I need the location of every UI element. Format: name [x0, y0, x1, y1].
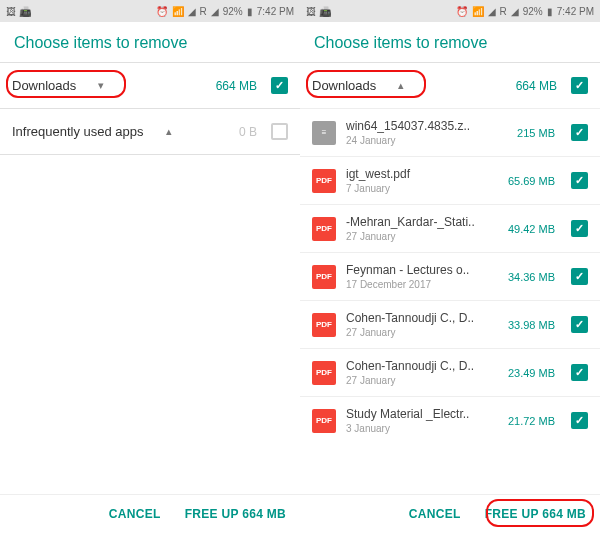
file-date: 3 January — [346, 423, 498, 434]
file-date: 27 January — [346, 375, 498, 386]
file-size: 65.69 MB — [508, 175, 555, 187]
file-name: Feynman - Lectures o.. — [346, 263, 498, 277]
file-checkbox[interactable] — [571, 412, 588, 429]
battery-label: 92% — [223, 6, 243, 17]
list-item[interactable]: ≡win64_154037.4835.z..24 January215 MB — [300, 108, 600, 156]
chevron-up-icon: ▴ — [162, 125, 176, 139]
notification-icons: 🖼 📠 — [6, 6, 31, 17]
wifi-icon: 📶 — [172, 6, 184, 17]
list-item[interactable]: PDFCohen-Tannoudji C., D..27 January23.4… — [300, 348, 600, 396]
page-title: Choose items to remove — [300, 22, 600, 62]
pdf-file-icon: PDF — [312, 265, 336, 289]
section-downloads-size: 664 MB — [216, 79, 257, 93]
section-infrequent-size: 0 B — [239, 125, 257, 139]
footer: CANCEL FREE UP 664 MB — [0, 494, 300, 533]
file-date: 27 January — [346, 231, 498, 242]
list-item[interactable]: PDFCohen-Tannoudji C., D..27 January33.9… — [300, 300, 600, 348]
cancel-button[interactable]: CANCEL — [109, 507, 161, 521]
footer: CANCEL FREE UP 664 MB — [300, 494, 600, 533]
clock-label: 7:42 PM — [257, 6, 294, 17]
section-downloads-label: Downloads — [12, 78, 76, 93]
file-size: 23.49 MB — [508, 367, 555, 379]
section-infrequent-apps[interactable]: Infrequently used apps ▴ 0 B — [0, 109, 300, 154]
file-size: 33.98 MB — [508, 319, 555, 331]
pdf-file-icon: PDF — [312, 313, 336, 337]
file-date: 27 January — [346, 327, 498, 338]
file-name: win64_154037.4835.z.. — [346, 119, 507, 133]
list-item[interactable]: PDFStudy Material _Electr..3 January21.7… — [300, 396, 600, 444]
screenshot-left: 🖼 📠 ⏰ 📶 ◢ R ◢ 92% ▮ 7:42 PM Choose items… — [0, 0, 300, 533]
screenshot-right: 🖼 📠 ⏰ 📶 ◢ R ◢ 92% ▮ 7:42 PM Choose items… — [300, 0, 600, 533]
file-checkbox[interactable] — [571, 172, 588, 189]
section-downloads-checkbox[interactable] — [571, 77, 588, 94]
status-bar: 🖼 📠 ⏰ 📶 ◢ R ◢ 92% ▮ 7:42 PM — [300, 0, 600, 22]
battery-icon: ▮ — [247, 6, 253, 17]
pdf-file-icon: PDF — [312, 361, 336, 385]
signal-icon-2: ◢ — [211, 6, 219, 17]
confirm-button[interactable]: FREE UP 664 MB — [185, 507, 286, 521]
notification-icons: 🖼 📠 — [306, 6, 331, 17]
file-size: 21.72 MB — [508, 415, 555, 427]
signal-icon: ◢ — [488, 6, 496, 17]
pdf-file-icon: PDF — [312, 217, 336, 241]
file-checkbox[interactable] — [571, 316, 588, 333]
file-text: Cohen-Tannoudji C., D..27 January — [346, 311, 498, 338]
file-name: igt_west.pdf — [346, 167, 498, 181]
section-infrequent-checkbox[interactable] — [271, 123, 288, 140]
file-size: 49.42 MB — [508, 223, 555, 235]
chevron-up-icon: ▴ — [394, 79, 408, 93]
section-downloads-label: Downloads — [312, 78, 376, 93]
section-downloads[interactable]: Downloads ▾ 664 MB — [0, 63, 300, 108]
downloads-list: ≡win64_154037.4835.z..24 January215 MBPD… — [300, 108, 600, 494]
file-name: Cohen-Tannoudji C., D.. — [346, 359, 498, 373]
file-name: -Mehran_Kardar-_Stati.. — [346, 215, 498, 229]
file-checkbox[interactable] — [571, 124, 588, 141]
file-checkbox[interactable] — [571, 268, 588, 285]
list-item[interactable]: PDFFeynman - Lectures o..17 December 201… — [300, 252, 600, 300]
network-label: R — [500, 6, 507, 17]
file-date: 24 January — [346, 135, 507, 146]
file-name: Study Material _Electr.. — [346, 407, 498, 421]
section-downloads-checkbox[interactable] — [271, 77, 288, 94]
wifi-icon: 📶 — [472, 6, 484, 17]
section-downloads[interactable]: Downloads ▴ 664 MB — [300, 63, 600, 108]
list-item[interactable]: PDFigt_west.pdf7 January65.69 MB — [300, 156, 600, 204]
zip-file-icon: ≡ — [312, 121, 336, 145]
file-size: 215 MB — [517, 127, 555, 139]
cancel-button[interactable]: CANCEL — [409, 507, 461, 521]
file-date: 17 December 2017 — [346, 279, 498, 290]
confirm-button[interactable]: FREE UP 664 MB — [485, 507, 586, 521]
chevron-down-icon: ▾ — [94, 79, 108, 93]
alarm-icon: ⏰ — [156, 6, 168, 17]
file-text: -Mehran_Kardar-_Stati..27 January — [346, 215, 498, 242]
pdf-file-icon: PDF — [312, 409, 336, 433]
list-item[interactable]: PDF-Mehran_Kardar-_Stati..27 January49.4… — [300, 204, 600, 252]
file-text: Study Material _Electr..3 January — [346, 407, 498, 434]
battery-icon: ▮ — [547, 6, 553, 17]
file-date: 7 January — [346, 183, 498, 194]
section-downloads-size: 664 MB — [516, 79, 557, 93]
battery-label: 92% — [523, 6, 543, 17]
status-bar: 🖼 📠 ⏰ 📶 ◢ R ◢ 92% ▮ 7:42 PM — [0, 0, 300, 22]
alarm-icon: ⏰ — [456, 6, 468, 17]
file-checkbox[interactable] — [571, 220, 588, 237]
file-checkbox[interactable] — [571, 364, 588, 381]
file-size: 34.36 MB — [508, 271, 555, 283]
file-text: igt_west.pdf7 January — [346, 167, 498, 194]
file-text: Feynman - Lectures o..17 December 2017 — [346, 263, 498, 290]
section-infrequent-label: Infrequently used apps — [12, 124, 144, 139]
file-text: win64_154037.4835.z..24 January — [346, 119, 507, 146]
page-title: Choose items to remove — [0, 22, 300, 62]
clock-label: 7:42 PM — [557, 6, 594, 17]
signal-icon-2: ◢ — [511, 6, 519, 17]
signal-icon: ◢ — [188, 6, 196, 17]
empty-area — [0, 155, 300, 494]
pdf-file-icon: PDF — [312, 169, 336, 193]
network-label: R — [200, 6, 207, 17]
file-text: Cohen-Tannoudji C., D..27 January — [346, 359, 498, 386]
file-name: Cohen-Tannoudji C., D.. — [346, 311, 498, 325]
